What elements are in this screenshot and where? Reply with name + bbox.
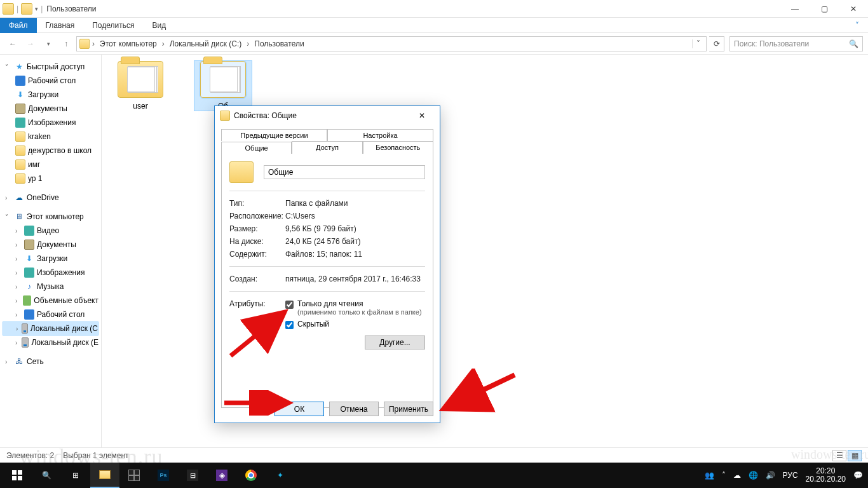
start-button[interactable] (3, 463, 32, 488)
minimize-button[interactable]: — (780, 0, 810, 18)
dialog-titlebar[interactable]: Свойства: Общие ✕ (215, 106, 440, 125)
svg-rect-5 (12, 476, 17, 480)
nav-history-dropdown[interactable]: ▾ (41, 36, 56, 51)
svg-rect-4 (18, 470, 22, 475)
view-details-button[interactable]: ☰ (832, 450, 846, 461)
tree-item[interactable]: ›Видео (3, 224, 98, 238)
tree-item[interactable]: ур 1 (3, 172, 98, 186)
tree-item[interactable]: дежурство в школ (3, 144, 98, 158)
tray-people-icon[interactable]: 👥 (705, 471, 714, 480)
label-created: Создан: (229, 274, 285, 283)
search-icon: 🔍 (849, 39, 858, 48)
taskbar-app[interactable]: ✦ (266, 463, 295, 488)
tree-item[interactable]: ›Рабочий стол (3, 308, 98, 322)
hidden-checkbox[interactable] (285, 321, 294, 329)
tab-share[interactable]: Поделиться (83, 18, 143, 32)
tray-chevron-up-icon[interactable]: ˄ (722, 471, 726, 480)
search-input[interactable]: Поиск: Пользователи 🔍 (729, 36, 863, 51)
tree-item-selected[interactable]: ›Локальный диск (C (3, 322, 98, 336)
task-view-button[interactable]: ⊞ (61, 463, 90, 488)
tree-network[interactable]: ›🖧Сеть (3, 355, 98, 369)
address-bar[interactable]: › Этот компьютер › Локальный диск (C:) ›… (76, 36, 707, 51)
taskbar-app[interactable] (119, 463, 149, 488)
tree-item[interactable]: ⬇Загрузки (3, 88, 98, 102)
value-contains: Файлов: 15; папок: 11 (285, 250, 425, 259)
tree-item[interactable]: Документы (3, 102, 98, 116)
tree-quick-access[interactable]: ˅★Быстрый доступ (3, 60, 98, 74)
tray-network-icon[interactable]: 🌐 (749, 471, 758, 480)
nav-forward-button[interactable]: → (23, 36, 38, 51)
tree-item[interactable]: ›Объемные объект (3, 294, 98, 308)
chevron-right-icon[interactable]: › (91, 39, 96, 48)
breadcrumb[interactable]: Пользователи (252, 39, 306, 48)
svg-rect-3 (12, 470, 17, 475)
value-size: 9,56 КБ (9 799 байт) (285, 224, 425, 233)
taskbar-search-icon[interactable]: 🔍 (32, 463, 61, 488)
tree-item[interactable]: ›♪Музыка (3, 280, 98, 294)
tree-item[interactable]: ›Изображения (3, 266, 98, 280)
tab-prev-versions[interactable]: Предыдущие версии (221, 129, 327, 141)
tab-sharing[interactable]: Доступ (292, 141, 362, 154)
tab-view[interactable]: Вид (143, 18, 175, 32)
tree-onedrive[interactable]: ›☁OneDrive (3, 191, 98, 205)
taskbar: 🔍 ⊞ Ps ⊟ ◈ ✦ 👥 ˄ ☁ 🌐 🔊 РУС 20:20 20.20.2… (0, 463, 868, 488)
breadcrumb[interactable]: Этот компьютер (97, 39, 159, 48)
tree-item[interactable]: имг (3, 158, 98, 172)
tree-item[interactable]: ›⬇Загрузки (3, 252, 98, 266)
tray-notifications-icon[interactable]: 💬 (853, 471, 863, 480)
ribbon: Файл Главная Поделиться Вид ˅ (0, 18, 868, 33)
folder-icon (79, 39, 90, 49)
nav-back-button[interactable]: ← (5, 36, 20, 51)
nav-row: ← → ▾ ↑ › Этот компьютер › Локальный дис… (0, 33, 868, 55)
search-placeholder: Поиск: Пользователи (734, 39, 809, 48)
value-ondisk: 24,0 КБ (24 576 байт) (285, 237, 425, 246)
tray-clock[interactable]: 20:20 20.20.20.20 (806, 467, 846, 484)
label-location: Расположение: (229, 212, 285, 220)
taskbar-photoshop[interactable]: Ps (149, 463, 178, 488)
ok-button[interactable]: ОК (275, 402, 324, 416)
tray-onedrive-icon[interactable]: ☁ (733, 471, 741, 480)
tray-volume-icon[interactable]: 🔊 (766, 471, 775, 480)
chevron-right-icon[interactable]: › (245, 39, 250, 48)
tree-item[interactable]: ›Локальный диск (E (3, 336, 98, 349)
apply-button[interactable]: Применить (384, 402, 433, 416)
dialog-close-button[interactable]: ✕ (409, 107, 435, 124)
folder-icon (21, 3, 32, 15)
tree-this-pc[interactable]: ˅🖥Этот компьютер (3, 210, 98, 224)
tab-security[interactable]: Безопасность (363, 141, 433, 154)
dialog-title: Свойства: Общие (234, 111, 297, 120)
cancel-button[interactable]: Отмена (329, 402, 379, 416)
tray-language[interactable]: РУС (783, 471, 798, 480)
tree-item[interactable]: kraken (3, 130, 98, 144)
qat-dropdown-icon[interactable]: ▾ (35, 6, 38, 12)
folder-name-input[interactable] (264, 165, 425, 179)
tab-general[interactable]: Общие (221, 142, 292, 154)
tab-home[interactable]: Главная (37, 18, 84, 32)
address-dropdown-icon[interactable]: ˅ (692, 39, 703, 48)
tree-item[interactable]: ›Документы (3, 238, 98, 252)
properties-dialog: Свойства: Общие ✕ Предыдущие версии Наст… (214, 105, 440, 423)
value-type: Папка с файлами (285, 199, 425, 208)
view-icons-button[interactable]: ▦ (848, 450, 862, 461)
readonly-checkbox[interactable] (285, 301, 294, 309)
maximize-button[interactable]: ▢ (810, 0, 839, 18)
folder-item[interactable]: user (112, 61, 169, 111)
chevron-right-icon[interactable]: › (161, 39, 166, 48)
folder-icon (229, 161, 254, 183)
taskbar-visualstudio[interactable]: ◈ (207, 463, 236, 488)
taskbar-app[interactable]: ⊟ (178, 463, 207, 488)
refresh-button[interactable]: ⟳ (709, 36, 724, 51)
tree-item[interactable]: Рабочий стол (3, 74, 98, 88)
nav-up-button[interactable]: ↑ (58, 36, 74, 51)
other-attributes-button[interactable]: Другие... (365, 336, 425, 349)
label-attributes: Атрибуты: (229, 299, 285, 349)
ribbon-expand-icon[interactable]: ˅ (846, 21, 868, 30)
taskbar-explorer[interactable] (90, 463, 119, 488)
taskbar-chrome[interactable] (236, 463, 266, 488)
close-button[interactable]: ✕ (839, 0, 868, 18)
tree-item[interactable]: Изображения (3, 116, 98, 130)
breadcrumb[interactable]: Локальный диск (C:) (167, 39, 245, 48)
tab-customize[interactable]: Настройка (327, 129, 433, 141)
file-tab[interactable]: Файл (0, 18, 37, 33)
folder-item-selected[interactable]: Об (194, 61, 252, 111)
